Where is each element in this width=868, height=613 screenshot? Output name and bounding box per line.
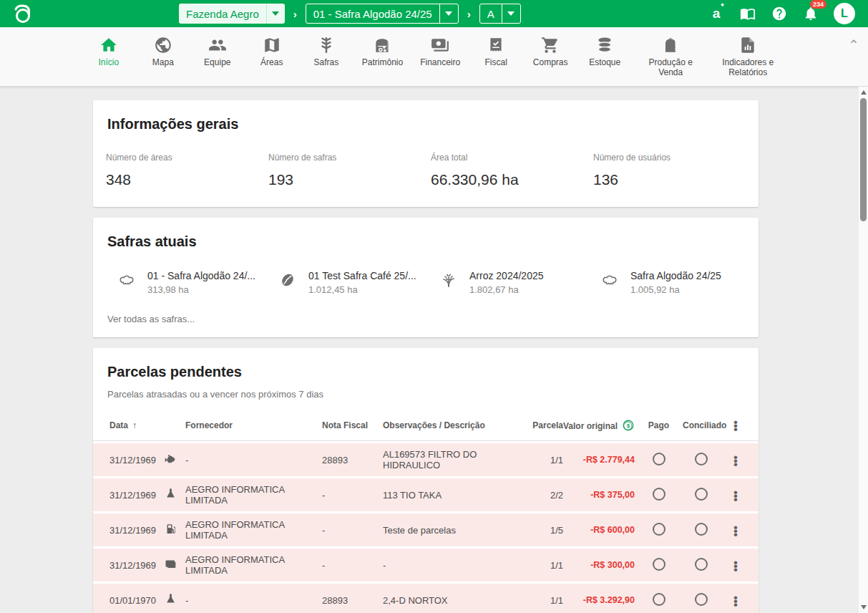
safra-name: Arroz 2024/2025 [469,270,544,281]
table-row[interactable]: 31/12/1969 - 28893 AL169573 FILTRO DO HI… [93,443,759,476]
notification-badge: 234 [810,0,826,9]
banknote-icon [431,36,449,54]
col-observacoes[interactable]: Observações / Descrição [383,420,530,430]
cell-supplier: AEGRO INFORMATICA LIMITADA [185,519,322,541]
conciliado-radio[interactable] [695,523,708,536]
table-menu-kebab-icon[interactable]: ••• [720,420,751,430]
nav-item-fiscal[interactable]: Fiscal [474,34,518,79]
unit-selector[interactable]: A [479,4,521,24]
banknote-icon [165,558,185,573]
safra-item[interactable]: Safra Algodão 24/25 1.005,92 ha [601,270,762,295]
map-icon [263,36,281,54]
conciliado-radio[interactable] [695,593,708,606]
globe-icon [154,36,172,54]
col-nota-fiscal[interactable]: Nota Fiscal [322,420,383,430]
row-menu-kebab-icon[interactable]: ••• [720,595,751,606]
stat-label: Área total [431,153,593,163]
parcelas-subtitle: Parcelas atrasadas ou a vencer nos próxi… [93,380,759,400]
nav-item-mapa[interactable]: Mapa [141,34,185,79]
row-menu-kebab-icon[interactable]: ••• [720,455,751,465]
stat-areas: Número de áreas 348 [106,153,268,188]
cell-invoice: - [322,525,383,536]
rice-icon [440,271,457,289]
stat-label: Número de safras [268,153,431,163]
help-icon[interactable] [771,5,788,22]
nav-item-equipe[interactable]: Equipe [195,34,240,79]
cell-installment: 1/1 [530,455,563,465]
table-row[interactable]: 31/12/1969 AEGRO INFORMATICA LIMITADA - … [93,549,759,581]
cotton-icon [118,271,135,289]
col-parcela[interactable]: Parcela [530,420,563,430]
aegro-assistant-icon[interactable]: a✦ [708,5,725,22]
collapse-nav-chevron-up-icon[interactable] [848,36,859,50]
row-menu-kebab-icon[interactable]: ••• [720,490,751,501]
cell-value: -R$ 375,00 [563,490,635,500]
general-info-title: Informações gerais [93,100,759,132]
cart-icon [541,36,560,54]
col-conciliado[interactable]: Conciliado [683,420,720,430]
conciliado-radio[interactable] [695,558,708,571]
cell-invoice: 28893 [322,595,383,606]
table-row[interactable]: 01/01/1970 - 28893 2,4-D NORTOX 1/1 -R$ … [93,584,759,613]
stat-label: Número de usuários [593,153,756,163]
safra-area: 1.012,45 ha [308,284,416,295]
farm-selector[interactable]: Fazenda Aegro [179,4,285,24]
main-nav: Início Mapa Equipe Áreas Safras Patrimôn… [0,27,868,87]
chevron-down-icon[interactable] [439,4,458,23]
nav-item-areas[interactable]: Áreas [250,34,294,79]
nav-item-inicio[interactable]: Início [87,34,131,79]
conciliado-radio[interactable] [695,453,708,465]
scroll-up-arrow-icon[interactable] [861,90,867,95]
cell-description: AL169573 FILTRO DO HIDRAULICO [383,449,530,470]
safra-item[interactable]: 01 Test Safra Café 25/... 1.012,45 ha [279,270,440,295]
pago-radio[interactable] [653,453,665,465]
scrollbar[interactable] [858,87,868,613]
col-data[interactable]: Data↑ [109,420,165,430]
wheat-icon [317,36,336,54]
col-pago[interactable]: Pago [635,420,683,430]
cell-invoice: - [322,490,383,501]
see-all-safras-link[interactable]: Ver todas as safras... [93,298,759,337]
nav-label: Produção e Venda [640,58,701,78]
pago-radio[interactable] [653,593,665,606]
safra-item[interactable]: Arroz 2024/2025 1.802,67 ha [440,270,601,295]
nav-item-estoque[interactable]: Estoque [582,34,627,79]
cell-date: 31/12/1969 [109,525,165,536]
book-icon[interactable] [739,5,756,22]
nav-item-safras[interactable]: Safras [304,34,348,79]
nav-label: Patrimônio [362,58,403,68]
table-row[interactable]: 31/12/1969 AEGRO INFORMATICA LIMITADA - … [93,478,759,511]
fuel-icon [165,523,185,538]
cell-date: 31/12/1969 [109,560,165,571]
breadcrumb-separator: › [292,8,298,20]
cell-supplier: - [185,455,322,465]
nav-item-compras[interactable]: Compras [528,34,572,79]
bell-icon[interactable]: 234 [802,5,819,22]
pago-radio[interactable] [653,488,665,501]
pago-radio[interactable] [653,558,665,571]
barn-tractor-icon [373,36,391,54]
table-row[interactable]: 31/12/1969 AEGRO INFORMATICA LIMITADA - … [93,513,759,546]
people-icon [208,36,227,54]
cell-installment: 1/1 [530,560,563,571]
nav-item-financeiro[interactable]: Financeiro [416,34,464,79]
col-valor-original[interactable]: Valor original$ [563,419,635,432]
main-content: Informações gerais Número de áreas 348 N… [0,87,868,612]
scroll-down-arrow-icon[interactable] [861,605,867,609]
nav-item-producao-venda[interactable]: Produção e Venda [637,34,704,79]
cell-supplier: - [185,595,322,606]
chevron-down-icon[interactable] [266,4,285,24]
scrollbar-thumb[interactable] [860,98,867,221]
safra-item[interactable]: 01 - Safra Algodão 24/... 313,98 ha [118,270,279,295]
nav-item-indicadores-relatorios[interactable]: Indicadores e Relatórios [714,34,781,79]
row-menu-kebab-icon[interactable]: ••• [720,525,751,536]
safra-selector[interactable]: 01 - Safra Algodão 24/25 [306,4,459,24]
chevron-down-icon[interactable] [502,4,520,23]
conciliado-radio[interactable] [695,488,708,501]
col-fornecedor[interactable]: Fornecedor [185,420,322,430]
row-menu-kebab-icon[interactable]: ••• [720,560,751,571]
safra-area: 313,98 ha [147,284,255,295]
avatar[interactable]: L [834,3,855,24]
pago-radio[interactable] [653,523,665,536]
nav-item-patrimonio[interactable]: Patrimônio [359,34,406,79]
